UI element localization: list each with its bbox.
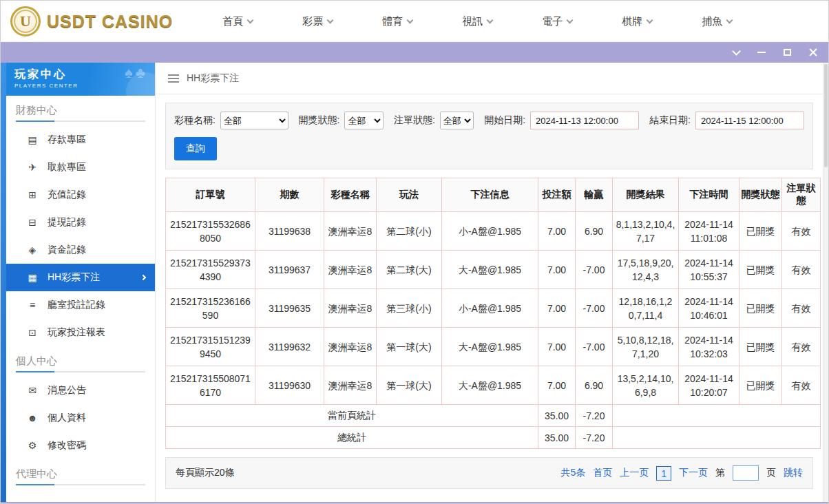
sidebar-item-存款專區[interactable]: ▤存款專區: [6, 126, 155, 154]
table-header-row: 訂單號期數彩種名稱玩法下注信息投注額輸贏開獎結果下注時間開獎狀態注單狀態: [166, 178, 821, 212]
table-cell: 已開獎: [739, 289, 782, 328]
search-button[interactable]: 查詢: [174, 137, 217, 160]
order-status-select[interactable]: 全部: [440, 112, 474, 129]
sidebar-item-資金記錄[interactable]: ◈資金記錄: [6, 236, 155, 264]
table-cell: 7.00: [538, 366, 576, 405]
table-cell: 31199632: [255, 328, 324, 366]
sidebar-item-HH彩票下注[interactable]: ▦HH彩票下注: [6, 264, 155, 291]
nav-item-label: 首頁: [222, 15, 243, 28]
password-icon: ⚙: [27, 440, 38, 451]
draw-status-select[interactable]: 全部: [344, 112, 383, 129]
chevron-down-icon: [567, 17, 574, 23]
per-page-label: 每頁顯示20條: [176, 467, 235, 479]
lottery-select[interactable]: 全部: [220, 112, 288, 129]
table-cell: 7.00: [538, 212, 576, 251]
table-cell: 2024-11-14 10:20:07: [679, 366, 739, 405]
nav-item-5[interactable]: 電子: [542, 15, 572, 28]
nav-item-4[interactable]: 視訊: [462, 15, 492, 28]
table-cell: 有效: [782, 328, 821, 366]
table-cell: 已開獎: [739, 251, 782, 289]
sidebar-item-消息公告[interactable]: ✉消息公告: [6, 377, 155, 404]
sidebar-item-修改密碼[interactable]: ⚙修改密碼: [6, 432, 155, 459]
sidebar-section-title: 財務中心: [16, 104, 145, 122]
column-header: 彩種名稱: [324, 178, 377, 212]
nav-item-3[interactable]: 體育: [382, 15, 412, 28]
table-cell: 2024-11-14 10:55:37: [679, 251, 739, 289]
chevron-down-icon: [726, 17, 733, 23]
column-header: 期數: [255, 178, 324, 212]
table-cell: 有效: [782, 212, 821, 251]
table-cell: 2024-11-14 11:01:08: [679, 212, 739, 251]
logo: U USDT CASINO: [1, 6, 173, 36]
table-cell: 7.00: [538, 251, 576, 289]
start-date-input[interactable]: [530, 112, 639, 129]
table-cell: 澳洲幸运8: [324, 328, 377, 366]
scrollbar[interactable]: [823, 63, 828, 502]
main-nav: 首頁彩票體育視訊電子棋牌捕魚: [222, 15, 732, 28]
table-cell: 31199638: [255, 212, 324, 251]
total-summary-winloss: -7.20: [576, 427, 613, 449]
table-cell: 215217315236166590: [166, 289, 255, 328]
hamburger-icon[interactable]: [168, 74, 179, 83]
logo-letter: U: [20, 12, 31, 30]
page-summary-bet: 35.00: [538, 405, 576, 427]
nav-item-2[interactable]: 彩票: [302, 15, 333, 28]
close-icon[interactable]: [809, 48, 817, 56]
current-page-number[interactable]: 1: [656, 466, 671, 481]
sidebar-item-充值記錄[interactable]: ⊞充值記錄: [6, 181, 155, 209]
window-titlebar: [1, 42, 828, 63]
nav-item-label: 棋牌: [622, 15, 642, 28]
sidebar-item-label: 修改密碼: [48, 439, 86, 452]
profile-icon: ☻: [27, 412, 38, 423]
sidebar-item-廳室投註記錄[interactable]: ≡廳室投註記錄: [6, 291, 155, 319]
bell-icon: ✉: [27, 385, 38, 396]
prev-page-link[interactable]: 上一页: [620, 467, 649, 479]
top-header: U USDT CASINO 首頁彩票體育視訊電子棋牌捕魚: [1, 1, 828, 42]
sidebar: 玩家中心 PLAYERS CENTER ♠♣ 財務中心▤存款專區✈取款專區⊞充值…: [6, 63, 156, 502]
page-suffix-label: 页: [766, 467, 776, 479]
nav-item-7[interactable]: 捕魚: [702, 15, 732, 28]
nav-item-label: 彩票: [302, 15, 323, 28]
column-header: 玩法: [377, 178, 442, 212]
jump-link[interactable]: 跳转: [784, 467, 803, 479]
draw-status-filter-label: 開獎狀態:: [299, 114, 340, 127]
nav-item-label: 捕魚: [702, 15, 722, 28]
sidebar-item-取款專區[interactable]: ✈取款專區: [6, 154, 155, 181]
scrollbar-thumb[interactable]: [824, 64, 828, 167]
table-cell: 大-A盤@1.985: [442, 251, 538, 289]
column-header: 投注額: [538, 178, 576, 212]
page-summary-label: 當前頁統計: [166, 405, 538, 427]
chevron-down-icon[interactable]: [732, 47, 741, 56]
sidebar-item-個人資料[interactable]: ☻個人資料: [6, 404, 155, 432]
table-row: 215217315508071617031199630澳洲幸运8第一球(大)大-…: [166, 366, 821, 405]
page-summary-winloss: -7.20: [576, 405, 613, 427]
sidebar-item-玩家投注報表[interactable]: ⊡玩家投注報表: [6, 319, 155, 346]
sidebar-item-label: 提現記錄: [48, 216, 86, 229]
sidebar-section-title: 代理中心: [16, 468, 145, 485]
table-cell: 7.00: [538, 289, 576, 328]
table-cell: 澳洲幸运8: [324, 289, 377, 328]
table-cell: 小-A盤@1.985: [442, 212, 538, 251]
first-page-link[interactable]: 首页: [593, 467, 612, 479]
total-summary-label: 總統計: [166, 427, 538, 449]
nav-item-1[interactable]: 首頁: [222, 15, 253, 28]
table-row: 215217315532686805031199638澳洲幸运8第二球(小)小-…: [166, 212, 821, 251]
minimize-icon[interactable]: [757, 52, 766, 53]
sidebar-item-label: 取款專區: [48, 161, 86, 174]
sidebar-item-提現記錄[interactable]: ⊟提現記錄: [6, 209, 155, 236]
table-cell: -7.00: [576, 328, 613, 366]
end-date-input[interactable]: [695, 112, 804, 129]
table-cell: 17,5,18,9,20,12,4,3: [613, 251, 679, 289]
maximize-icon[interactable]: [784, 49, 791, 56]
nav-item-6[interactable]: 棋牌: [622, 15, 652, 28]
table-cell: 第二球(小): [377, 212, 442, 251]
sidebar-item-label: 資金記錄: [48, 244, 86, 256]
sidebar-item-label: 玩家投注報表: [48, 326, 105, 339]
next-page-link[interactable]: 下一页: [679, 467, 708, 479]
table-cell: 第一球(大): [377, 366, 442, 405]
page-jump-input[interactable]: [733, 465, 759, 481]
sidebar-section-title: 個人中心: [16, 355, 145, 372]
table-cell: 小-A盤@1.985: [442, 289, 538, 328]
sidebar-item-label: HH彩票下注: [48, 271, 100, 284]
bet-table: 訂單號期數彩種名稱玩法下注信息投注額輸贏開獎結果下注時間開獎狀態注單狀態 215…: [165, 178, 821, 449]
